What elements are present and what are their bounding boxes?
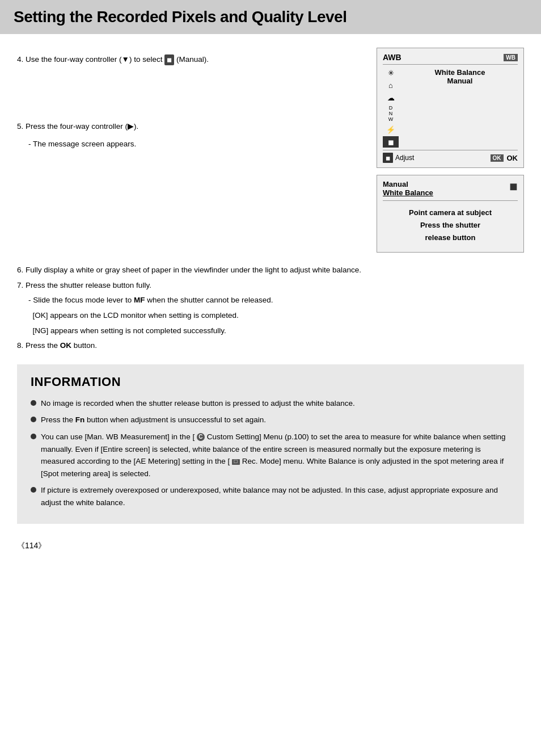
wb-title: White BalanceManual bbox=[402, 68, 518, 85]
bullet-dot-4 bbox=[31, 487, 36, 493]
info-bullet-4: If picture is extremely overexposed or u… bbox=[31, 484, 510, 509]
information-section: INFORMATION No image is recorded when th… bbox=[17, 364, 524, 524]
ok-label: OK bbox=[507, 154, 518, 162]
awb-menu-box: AWB WB ✳ ⌂ ☁ bbox=[377, 48, 524, 168]
awb-menu-body: ✳ ⌂ ☁ DNW ⚡ bbox=[383, 67, 518, 148]
adjust-icon: ◼ bbox=[383, 153, 393, 163]
info-bullet-2-text: Press the Fn button when adjustment is u… bbox=[41, 414, 266, 426]
manual-wb-icon: ◼ bbox=[384, 138, 397, 146]
step7-text: 7. Press the shutter release button full… bbox=[17, 279, 524, 292]
step7-sub2: [OK] appears on the LCD monitor when set… bbox=[28, 309, 524, 322]
bullet-dot-3 bbox=[31, 434, 36, 439]
awb-label: AWB bbox=[383, 53, 401, 62]
footer-left: ◼ Adjust bbox=[383, 153, 414, 163]
awb-menu-header: AWB WB bbox=[383, 53, 518, 65]
dnw-icon: DNW bbox=[384, 105, 397, 122]
cloud-icon: ☁ bbox=[384, 94, 397, 102]
step4-text: 4. Use the four-way controller (▼) to se… bbox=[17, 53, 365, 66]
right-column: AWB WB ✳ ⌂ ☁ bbox=[377, 48, 524, 253]
info-bullet-1-text: No image is recorded when the shutter re… bbox=[41, 397, 355, 410]
manual-wb-line2: Press the shutter bbox=[420, 221, 480, 229]
information-bullets: No image is recorded when the shutter re… bbox=[31, 397, 510, 509]
left-column: 4. Use the four-way controller (▼) to se… bbox=[17, 48, 365, 253]
information-title: INFORMATION bbox=[31, 375, 510, 389]
page-title-bar: Setting the Recorded Pixels and Quality … bbox=[0, 0, 541, 34]
bullet-dot-1 bbox=[31, 400, 36, 406]
manual-wb-box: Manual White Balance ◼ Point camera at s… bbox=[377, 175, 524, 253]
wb-label-col: White BalanceManual bbox=[402, 67, 518, 148]
wb-badge: WB bbox=[504, 54, 518, 61]
main-content: 4. Use the four-way controller (▼) to se… bbox=[0, 48, 541, 524]
adjust-label: Adjust bbox=[395, 154, 414, 162]
manual-wb-body: Point camera at subject Press the shutte… bbox=[383, 207, 518, 247]
page-number: 《114》 bbox=[17, 541, 46, 550]
awb-menu-footer: ◼ Adjust OK OK bbox=[383, 150, 518, 163]
ok-badge: OK bbox=[491, 154, 504, 162]
step4-block: 4. Use the four-way controller (▼) to se… bbox=[17, 53, 365, 66]
wb-row-sun: ✳ bbox=[383, 67, 399, 78]
step5-block: 5. Press the four-way controller (▶). - … bbox=[17, 120, 365, 150]
wb-row-flash: ⚡ bbox=[383, 124, 399, 135]
manual-wb-header: Manual White Balance ◼ bbox=[383, 180, 518, 201]
step5-sub: - The message screen appears. bbox=[28, 138, 365, 150]
manual-wb-line1: Point camera at subject bbox=[409, 208, 492, 217]
manual-wb-symbol: ◼ bbox=[509, 180, 518, 192]
step7-sub3: [NG] appears when setting is not complet… bbox=[28, 325, 524, 337]
step5-text: 5. Press the four-way controller (▶). bbox=[17, 120, 365, 133]
info-bullet-2: Press the Fn button when adjustment is u… bbox=[31, 414, 510, 426]
step6-text: 6. Fully display a white or gray sheet o… bbox=[17, 264, 524, 276]
step8-text: 8. Press the OK button. bbox=[17, 339, 524, 352]
top-section: 4. Use the four-way controller (▼) to se… bbox=[17, 48, 524, 253]
bullet-dot-2 bbox=[31, 417, 36, 422]
info-bullet-1: No image is recorded when the shutter re… bbox=[31, 397, 510, 410]
info-bullet-3-text: You can use [Man. WB Measurement] in the… bbox=[41, 431, 510, 480]
wb-row-cloud: ☁ bbox=[383, 92, 399, 103]
footer-right: OK OK bbox=[491, 154, 518, 162]
house-icon: ⌂ bbox=[384, 81, 397, 90]
wb-row-dnw: DNW bbox=[383, 104, 399, 123]
manual-wb-line3: release button bbox=[425, 233, 476, 242]
wb-sub-label: White Balance bbox=[383, 188, 433, 197]
steps-6-8: 6. Fully display a white or gray sheet o… bbox=[17, 264, 524, 352]
manual-wb-title-block: Manual White Balance bbox=[383, 180, 433, 197]
page-title: Setting the Recorded Pixels and Quality … bbox=[14, 8, 527, 26]
info-bullet-3: You can use [Man. WB Measurement] in the… bbox=[31, 431, 510, 480]
info-bullet-4-text: If picture is extremely overexposed or u… bbox=[41, 484, 510, 509]
manual-label: Manual bbox=[383, 180, 433, 188]
flash-icon: ⚡ bbox=[384, 125, 397, 134]
sun-icon: ✳ bbox=[384, 69, 397, 77]
page-number-section: 《114》 bbox=[0, 535, 541, 557]
wb-row-house: ⌂ bbox=[383, 79, 399, 91]
step7-sub1: - Slide the focus mode lever to MF when … bbox=[28, 294, 524, 306]
wb-row-manual: ◼ bbox=[383, 136, 399, 148]
wb-icons-list: ✳ ⌂ ☁ DNW ⚡ bbox=[383, 67, 399, 148]
